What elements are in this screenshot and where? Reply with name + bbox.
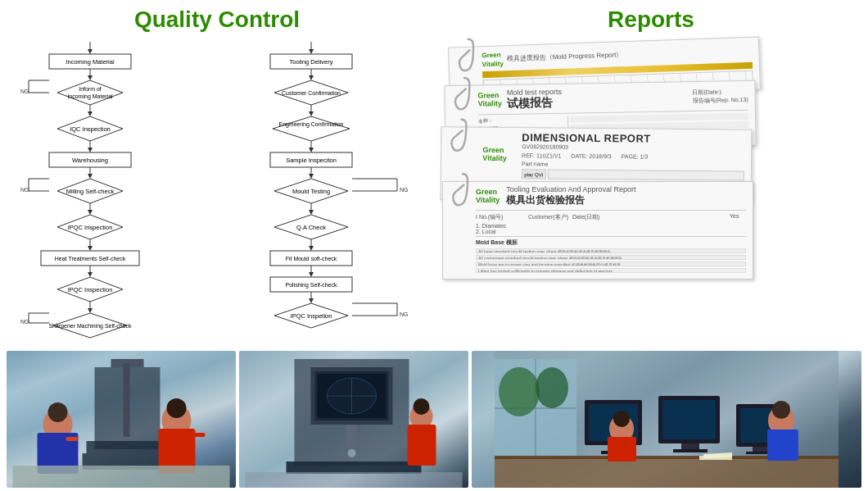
svg-rect-146 — [767, 430, 798, 461]
photo-qc-right-svg — [239, 351, 468, 488]
svg-marker-82 — [309, 272, 314, 277]
svg-rect-119 — [408, 425, 436, 466]
svg-marker-14 — [88, 111, 93, 116]
reports-header: Reports — [434, 7, 868, 33]
report-4-col3: Date(日期) — [572, 213, 726, 234]
svg-rect-120 — [246, 472, 463, 488]
svg-rect-105 — [189, 433, 206, 437]
svg-rect-143 — [608, 437, 636, 461]
svg-text:Heat Treatments Self-check: Heat Treatments Self-check — [55, 256, 126, 261]
svg-point-103 — [167, 398, 187, 418]
logo-2: GreenVitality — [477, 92, 502, 108]
report-3-page: PAGE: 1/3 — [622, 153, 649, 159]
svg-point-99 — [48, 402, 68, 422]
svg-point-118 — [414, 398, 430, 415]
svg-marker-86 — [309, 298, 314, 303]
svg-marker-5 — [88, 75, 93, 80]
svg-text:Mould Testing: Mould Testing — [292, 188, 330, 195]
content-row: Incoming Material NG Inform of Incoming … — [0, 36, 868, 348]
qc-panel: Incoming Material NG Inform of Incoming … — [0, 36, 434, 348]
svg-point-145 — [772, 401, 790, 419]
photo-reports-svg — [472, 351, 861, 488]
report-2-title-cn: 试模报告 — [507, 96, 562, 111]
svg-text:Engineering Confirmation: Engineering Confirmation — [279, 121, 344, 128]
svg-marker-78 — [309, 246, 314, 251]
report-2-meta: 日期(Date:) 报告编号(Rep. No.13) — [692, 88, 748, 105]
photo-qc-left-svg — [7, 351, 236, 488]
report-4-col2: Customer(客户) — [528, 213, 569, 234]
svg-text:IPQC Inspetion: IPQC Inspetion — [291, 312, 332, 320]
svg-marker-74 — [309, 210, 314, 215]
svg-marker-59 — [273, 116, 350, 141]
logo-4: GreenVitality — [476, 189, 500, 205]
report-2-title-en: Mold test reports — [507, 88, 562, 97]
svg-text:Q.A Check: Q.A Check — [296, 224, 326, 231]
photo-reports — [472, 351, 861, 488]
svg-text:Tooling Delivery: Tooling Delivery — [290, 58, 333, 66]
page-container: Quality Control Reports Incoming Materia… — [0, 0, 868, 491]
svg-point-142 — [613, 411, 630, 427]
svg-marker-66 — [309, 174, 314, 179]
svg-rect-127 — [495, 457, 839, 488]
photo-qc-right — [239, 351, 468, 488]
svg-rect-97 — [111, 359, 144, 367]
paperclip-4 — [450, 170, 474, 211]
svg-text:NG: NG — [400, 187, 409, 193]
svg-rect-116 — [287, 461, 422, 474]
report-3-ref: REF: 110Z1/V1 — [522, 152, 561, 158]
report-4-col4: Yes — [730, 213, 746, 234]
svg-text:Customer Confirmation: Customer Confirmation — [282, 90, 341, 96]
svg-text:NG: NG — [20, 319, 29, 325]
photo-qc-left — [7, 351, 236, 488]
svg-text:Incoming Material: Incoming Material — [66, 58, 115, 66]
paperclip-2 — [451, 74, 477, 116]
reports-stack: GreenVitality 模具进度报告（Mold Progress Repor… — [441, 38, 861, 346]
svg-marker-54 — [309, 75, 314, 80]
report-card-4: GreenVitality Tooling Evaluation And App… — [442, 181, 753, 280]
report-3-date: DATE: 2018/9/3 — [571, 153, 611, 159]
report-3-part: Part name — [522, 161, 744, 168]
svg-rect-135 — [681, 443, 699, 450]
quality-control-title: Quality Control — [134, 7, 300, 32]
svg-marker-18 — [88, 148, 93, 152]
logo-1: GreenVitality — [481, 49, 504, 68]
paperclip-3 — [448, 115, 472, 156]
report-4-line1: All base standard mould testing spec she… — [476, 248, 746, 253]
svg-marker-1 — [88, 49, 93, 54]
svg-text:Warehousing: Warehousing — [72, 157, 108, 164]
svg-text:Fit Mould soft-check: Fit Mould soft-check — [286, 256, 337, 261]
svg-text:Sharpener Machining Self-check: Sharpener Machining Self-check — [48, 323, 132, 330]
report-4-col1: I No.(编号) 1. Diamatec 2. Local — [476, 213, 525, 234]
svg-rect-136 — [673, 449, 708, 452]
svg-text:Polishing Self-check: Polishing Self-check — [285, 282, 337, 289]
svg-rect-101 — [66, 437, 79, 441]
svg-rect-94 — [87, 441, 169, 453]
report-3-col1: plac QVI — [522, 169, 546, 179]
svg-text:NG: NG — [400, 311, 409, 317]
svg-marker-10 — [57, 80, 123, 105]
svg-text:Sample Inspeciton: Sample Inspeciton — [286, 157, 337, 164]
svg-text:IPQC Inspection: IPQC Inspection — [68, 286, 113, 293]
svg-rect-134 — [662, 400, 716, 439]
paperclip-1 — [454, 34, 481, 76]
logo-3: GreenVitality — [482, 147, 507, 163]
svg-marker-50 — [309, 49, 314, 54]
svg-text:IQC Inspection: IQC Inspection — [70, 125, 111, 133]
photos-row — [0, 348, 868, 491]
svg-text:Milling Self-check: Milling Self-check — [66, 188, 115, 195]
report-4-title-en: Tooling Evaluation And Approval Report — [506, 185, 635, 193]
svg-marker-22 — [88, 174, 93, 179]
svg-rect-114 — [347, 425, 357, 453]
report-4-line3: Mold have are in proper size and locatio… — [476, 261, 746, 266]
report-4-title-cn: 模具出货检验报告 — [506, 193, 635, 207]
flowchart-svg: Incoming Material NG Inform of Incoming … — [16, 38, 418, 341]
svg-text:Incoming Material: Incoming Material — [67, 93, 113, 100]
svg-marker-58 — [309, 111, 314, 116]
svg-point-115 — [348, 449, 356, 457]
svg-rect-96 — [124, 363, 130, 437]
header-row: Quality Control Reports — [0, 0, 868, 36]
svg-marker-38 — [88, 272, 93, 277]
report-4-section: Mold Base 模胚 — [476, 239, 746, 247]
svg-marker-42 — [88, 308, 93, 313]
report-1-title: 模具进度报告（Mold Progress Report） — [506, 50, 622, 63]
